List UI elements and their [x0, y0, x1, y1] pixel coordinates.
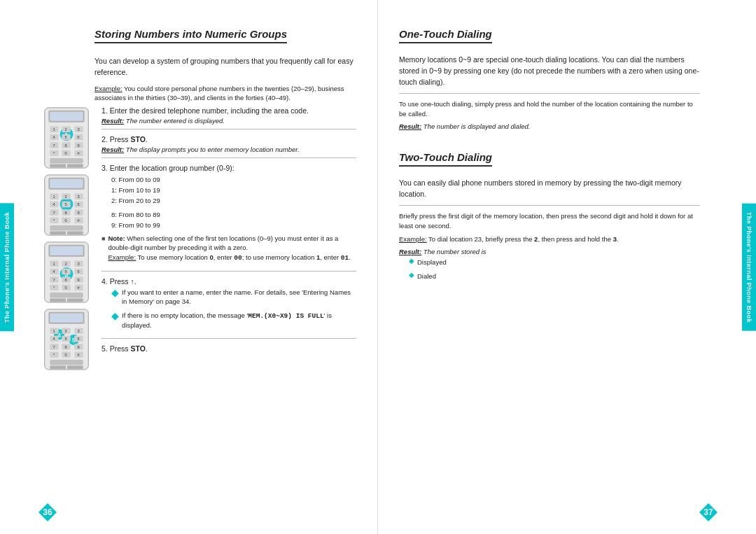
svg-rect-62 [50, 232, 66, 235]
svg-text:4: 4 [52, 136, 55, 140]
svg-text:7: 7 [52, 345, 55, 349]
svg-text:6: 6 [77, 136, 79, 140]
two-touch-example: Example: To dial location 23, briefly pr… [399, 234, 700, 244]
left-intro-text: You can develop a system of grouping num… [94, 56, 356, 78]
step-4-block: 4. Press ↑. ◆ If you want to enter a nam… [102, 277, 356, 339]
two-touch-instruction: Briefly press the first digit of the mem… [399, 211, 700, 230]
svg-text:5: 5 [64, 203, 66, 207]
svg-text:3: 3 [77, 195, 79, 199]
bullet-2-icon: ◆ [111, 311, 119, 330]
svg-text:0: 0 [64, 218, 66, 223]
result-bullet-dialed: ◆ Dialed [409, 272, 700, 281]
right-page: The Phone's Internal Phone Book One-Touc… [378, 0, 756, 534]
step-3-note: ■ Note: When selecting one of the first … [102, 234, 356, 262]
svg-text:9: 9 [77, 345, 79, 349]
svg-text:0: 0 [64, 353, 66, 357]
two-touch-result-label: Result: The number stored is [399, 248, 700, 255]
svg-rect-30 [50, 164, 66, 168]
svg-text:3: 3 [77, 262, 79, 266]
left-page-number: 36 [38, 503, 57, 521]
right-page-number: 37 [699, 503, 718, 521]
phone-keypad-1: 1 1 2 3 4 5 6 [42, 106, 91, 169]
two-touch-title: Two-Touch Dialing [399, 151, 492, 167]
phone-keypad-3: 3 1 2 3 4 5 6 [42, 241, 91, 304]
svg-text:1: 1 [52, 329, 55, 333]
svg-text:1: 1 [52, 262, 55, 266]
svg-text:2: 2 [64, 127, 66, 132]
step-2-block: 2. Press STO. Result: The display prompt… [102, 135, 356, 158]
svg-text:5: 5 [64, 270, 66, 274]
svg-rect-29 [50, 158, 83, 164]
instructions-col: 1. Enter the desired telephone number, i… [102, 106, 356, 371]
step-2-result: Result: The display prompts you to enter… [102, 146, 356, 153]
example-label: Example: [94, 85, 122, 92]
phone-keypad-4: 4 5 1 2 3 4 5 6 [42, 308, 91, 371]
dialed-text: Dialed [417, 272, 436, 281]
left-page: The Phone's Internal Phone Book Storing … [0, 0, 378, 534]
group-numbers: 0: From 00 to 09 1: From 10 to 19 2: Fro… [111, 174, 356, 230]
one-touch-intro: Memory locations 0~9 are special one-tou… [399, 55, 700, 87]
svg-text:8: 8 [64, 211, 66, 215]
svg-text:0: 0 [64, 286, 66, 290]
svg-text:6: 6 [77, 270, 79, 274]
svg-rect-63 [67, 232, 83, 235]
svg-rect-98 [50, 314, 83, 323]
step-5-text: 5. Press STO. [102, 344, 356, 353]
step-4-bullet-1: ◆ If you want to enter a name, enter the… [111, 288, 356, 307]
svg-rect-2 [50, 112, 83, 121]
two-touch-result-block: Result: The number stored is ◆ Displayed… [399, 248, 700, 281]
dialed-bullet-icon: ◆ [409, 272, 414, 281]
result-bullet-displayed: ◆ Displayed [409, 258, 700, 267]
two-touch-section: Two-Touch Dialing You can easily dial ph… [399, 151, 700, 281]
step-4-text: 4. Press ↑. [102, 277, 356, 286]
svg-rect-61 [50, 225, 83, 231]
svg-rect-93 [50, 293, 83, 298]
one-touch-title: One-Touch Dialing [399, 28, 492, 43]
svg-text:2: 2 [64, 262, 66, 266]
svg-text:9: 9 [77, 211, 79, 215]
svg-text:2: 2 [64, 329, 66, 333]
step-5-block: 5. Press STO. [102, 344, 356, 359]
svg-text:7: 7 [52, 211, 55, 215]
svg-text:4: 4 [52, 337, 55, 342]
svg-text:1: 1 [52, 195, 55, 199]
one-touch-section: One-Touch Dialing Memory locations 0~9 a… [399, 28, 700, 130]
svg-text:2: 2 [64, 195, 66, 199]
svg-rect-95 [67, 299, 83, 302]
left-vertical-tab: The Phone's Internal Phone Book [0, 203, 14, 331]
displayed-text: Displayed [417, 258, 447, 267]
svg-rect-31 [67, 164, 83, 168]
two-touch-intro: You can easily dial phone numbers stored… [399, 178, 700, 200]
step-4-bullets: ◆ If you want to enter a name, enter the… [111, 288, 356, 330]
svg-rect-127 [50, 360, 83, 365]
phone-images-col: 1 1 2 3 4 5 6 [42, 106, 94, 371]
step-1-block: 1. Enter the desired telephone number, i… [102, 106, 356, 129]
svg-text:3: 3 [77, 329, 79, 333]
left-section-title: Storing Numbers into Numeric Groups [94, 28, 287, 43]
step-3-note-text: Note: When selecting one of the first te… [108, 234, 356, 262]
right-vertical-tab: The Phone's Internal Phone Book [742, 203, 756, 331]
svg-text:4: 4 [52, 270, 55, 274]
svg-text:8: 8 [64, 278, 66, 282]
step-2-text: 2. Press STO. [102, 135, 356, 143]
svg-rect-34 [50, 179, 83, 188]
left-example-text: Example: You could store personal phone … [94, 84, 356, 103]
svg-text:4: 4 [52, 203, 55, 207]
svg-text:5: 5 [64, 337, 66, 342]
phone-keypad-2: 2 1 2 3 4 5 6 [42, 174, 91, 237]
svg-text:6: 6 [77, 203, 79, 207]
svg-rect-94 [50, 299, 66, 302]
svg-text:7: 7 [52, 143, 55, 148]
svg-text:7: 7 [52, 278, 55, 282]
svg-text:0: 0 [64, 151, 66, 155]
svg-text:9: 9 [77, 143, 79, 148]
two-touch-result-bullets: ◆ Displayed ◆ Dialed [409, 258, 700, 281]
svg-text:6: 6 [77, 337, 79, 342]
step-4-bullet-2: ◆ If there is no empty location, the mes… [111, 311, 356, 330]
one-touch-result: Result: The number is displayed and dial… [399, 122, 700, 130]
displayed-bullet-icon: ◆ [409, 258, 414, 267]
svg-text:8: 8 [64, 345, 66, 349]
svg-rect-129 [67, 366, 83, 370]
svg-text:8: 8 [64, 143, 66, 148]
one-touch-instruction: To use one-touch dialing, simply press a… [399, 99, 700, 118]
